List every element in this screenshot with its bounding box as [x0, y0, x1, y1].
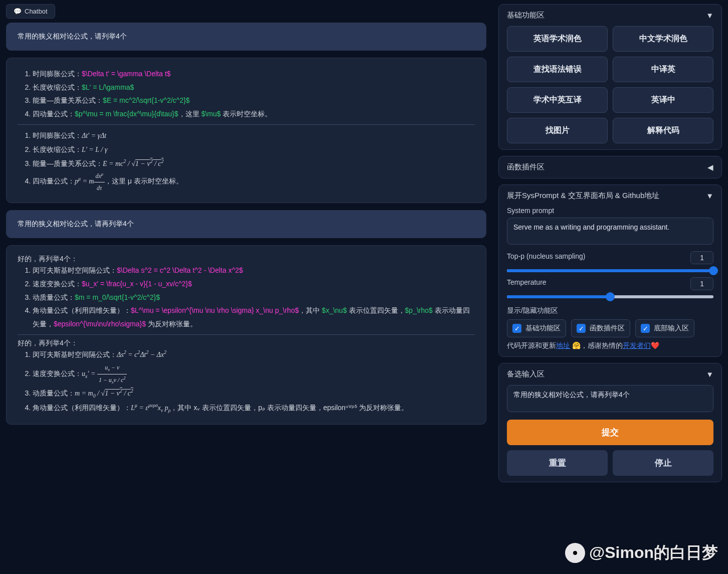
user-message: 常用的狭义相对论公式，请再列举4个 [6, 210, 486, 238]
raw-latex-list: 时间膨胀公式：$\Delta t' = \gamma \Delta t$ 长度收… [18, 67, 475, 120]
chevron-down-icon: ▼ [706, 370, 713, 378]
fn-chinese-polish[interactable]: 中文学术润色 [613, 26, 713, 52]
rendered-intro: 好的，再列举4个： [18, 339, 475, 348]
basic-header[interactable]: 基础功能区 ▼ [507, 11, 713, 20]
rendered-list: 闵可夫斯基时空间隔公式：Δs2 = c2Δt2 − Δx2 速度变换公式：ux′… [18, 348, 475, 415]
alt-input-header[interactable]: 备选输入区 ▼ [507, 369, 713, 379]
top-p-slider: Top-p (nucleus sampling) 1 [507, 251, 713, 272]
check-plugin[interactable]: ✓函数插件区 [571, 319, 630, 337]
raw-latex-list: 闵可夫斯基时空间隔公式：$\Delta s^2 = c^2 \Delta t^2… [18, 264, 475, 330]
plugin-header[interactable]: 函数插件区 ◀ [507, 162, 713, 172]
chevron-down-icon: ▼ [706, 192, 713, 200]
toggle-checks: ✓基础功能区 ✓函数插件区 ✓底部输入区 [507, 319, 713, 337]
plugin-section: 函数插件区 ◀ [498, 156, 722, 178]
checkbox-icon: ✓ [641, 324, 650, 333]
sidebar: 基础功能区 ▼ 英语学术润色 中文学术润色 查找语法错误 中译英 学术中英互译 … [492, 0, 728, 574]
watermark: @Simon的白日梦 [565, 542, 718, 564]
tab-label: Chatbot [25, 8, 48, 15]
temperature-track[interactable] [507, 295, 713, 298]
stop-button[interactable]: 停止 [613, 450, 713, 476]
fn-english-polish[interactable]: 英语学术润色 [507, 26, 608, 52]
alt-input-title: 备选输入区 [507, 369, 544, 379]
intro: 好的，再列举4个： [18, 255, 475, 264]
assistant-message: 时间膨胀公式：$\Delta t' = \gamma \Delta t$ 长度收… [6, 58, 486, 203]
temperature-slider: Temperature 1 [507, 277, 713, 298]
check-bottom-input[interactable]: ✓底部输入区 [635, 319, 694, 337]
reset-button[interactable]: 重置 [507, 450, 608, 476]
fn-explain-code[interactable]: 解释代码 [613, 118, 713, 143]
footer-credits: 代码开源和更新地址 🤗，感谢热情的开发者们❤️ [507, 341, 713, 350]
weibo-icon [565, 543, 585, 563]
chevron-left-icon: ◀ [707, 163, 713, 172]
fn-en-to-zh[interactable]: 英译中 [613, 87, 713, 113]
tab-bar: 💬 Chatbot [6, 4, 486, 19]
system-prompt-input[interactable] [507, 218, 713, 245]
temperature-value[interactable]: 1 [690, 277, 713, 290]
user-text: 常用的狭义相对论公式，请列举4个 [18, 32, 127, 40]
basic-section: 基础功能区 ▼ 英语学术润色 中文学术润色 查找语法错误 中译英 学术中英互译 … [498, 4, 722, 150]
submit-button[interactable]: 提交 [507, 420, 713, 445]
checkbox-icon: ✓ [577, 324, 586, 333]
chevron-down-icon: ▼ [706, 11, 713, 20]
basic-title: 基础功能区 [507, 11, 544, 20]
chat-icon: 💬 [14, 8, 22, 15]
system-prompt-label: System prompt [507, 207, 713, 215]
user-text: 常用的狭义相对论公式，请再列举4个 [18, 220, 134, 228]
sysprompt-title: 展开SysPrompt & 交互界面布局 & Github地址 [507, 191, 659, 201]
toggles-label: 显示/隐藏功能区 [507, 306, 713, 315]
check-basic[interactable]: ✓基础功能区 [507, 319, 566, 337]
top-p-label: Top-p (nucleus sampling) [507, 252, 585, 260]
temperature-label: Temperature [507, 278, 547, 286]
fn-academic-trans[interactable]: 学术中英互译 [507, 87, 608, 113]
user-message: 常用的狭义相对论公式，请列举4个 [6, 23, 486, 51]
fn-zh-to-en[interactable]: 中译英 [613, 57, 713, 82]
devs-link[interactable]: 开发者们 [623, 341, 651, 349]
chat-panel: 💬 Chatbot 常用的狭义相对论公式，请列举4个 时间膨胀公式：$\Delt… [0, 0, 492, 574]
top-p-value[interactable]: 1 [690, 251, 713, 264]
assistant-message: 好的，再列举4个： 闵可夫斯基时空间隔公式：$\Delta s^2 = c^2 … [6, 245, 486, 425]
checkbox-icon: ✓ [512, 324, 521, 333]
repo-link[interactable]: 地址 [556, 341, 570, 349]
sysprompt-header[interactable]: 展开SysPrompt & 交互界面布局 & Github地址 ▼ [507, 191, 713, 201]
top-p-track[interactable] [507, 269, 713, 272]
alt-input-section: 备选输入区 ▼ 提交 重置 停止 [498, 363, 722, 482]
divider [18, 124, 475, 125]
plugin-title: 函数插件区 [507, 162, 544, 172]
chatbot-tab[interactable]: 💬 Chatbot [6, 4, 55, 19]
basic-buttons: 英语学术润色 中文学术润色 查找语法错误 中译英 学术中英互译 英译中 找图片 … [507, 26, 713, 143]
alt-input-field[interactable] [507, 385, 713, 412]
rendered-list: 时间膨胀公式：Δt′ = γΔt 长度收缩公式：L′ = L / γ 能量—质量… [18, 129, 475, 194]
fn-find-image[interactable]: 找图片 [507, 118, 608, 143]
sysprompt-section: 展开SysPrompt & 交互界面布局 & Github地址 ▼ System… [498, 184, 722, 357]
fn-grammar-check[interactable]: 查找语法错误 [507, 57, 608, 82]
divider [18, 334, 475, 335]
